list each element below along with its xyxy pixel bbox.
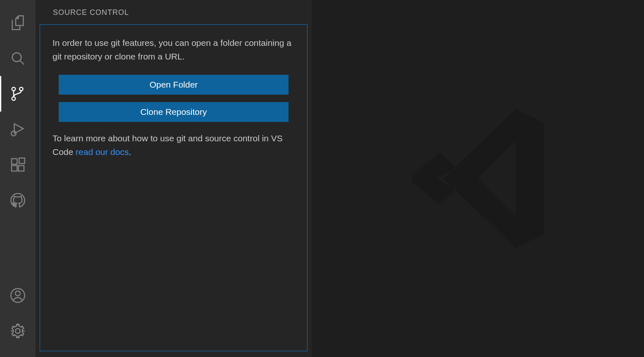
svg-point-0 [12, 53, 21, 62]
svg-line-9 [12, 131, 12, 132]
learn-more-text: To learn more about how to use git and s… [52, 132, 295, 159]
svg-line-11 [12, 135, 12, 136]
gear-icon [10, 323, 26, 339]
clone-repository-button[interactable]: Clone Repository [59, 102, 289, 122]
vscode-logo-icon [391, 92, 565, 265]
svg-point-18 [15, 291, 20, 296]
svg-rect-15 [19, 166, 24, 171]
open-folder-button[interactable]: Open Folder [59, 75, 289, 95]
svg-line-12 [15, 135, 16, 136]
debug-icon [10, 121, 26, 138]
svg-point-2 [19, 87, 23, 90]
run-debug-tab[interactable] [0, 112, 36, 147]
svg-line-10 [15, 131, 16, 132]
svg-point-19 [15, 328, 20, 333]
intro-text: In order to use git features, you can op… [52, 36, 295, 63]
learn-more-suffix: . [129, 147, 131, 157]
settings-button[interactable] [0, 313, 36, 349]
activity-bar [0, 0, 36, 357]
search-icon [10, 50, 26, 67]
svg-rect-16 [19, 158, 24, 163]
github-tab[interactable] [0, 183, 36, 218]
read-our-docs-link[interactable]: read our docs [76, 147, 129, 157]
sidebar-content: In order to use git features, you can op… [40, 24, 308, 351]
activity-bar-top [0, 5, 36, 278]
source-control-icon [10, 86, 26, 102]
source-control-tab[interactable] [0, 76, 36, 112]
svg-point-3 [12, 87, 15, 90]
extensions-icon [10, 157, 26, 173]
files-icon [10, 14, 26, 31]
svg-point-4 [12, 97, 15, 100]
activity-bar-bottom [0, 278, 36, 357]
extensions-tab[interactable] [0, 147, 36, 183]
vscode-logo-watermark [391, 92, 565, 265]
explorer-tab[interactable] [0, 5, 36, 40]
svg-line-1 [20, 61, 24, 64]
svg-rect-14 [12, 166, 17, 171]
github-icon [10, 192, 26, 209]
search-tab[interactable] [0, 40, 36, 76]
account-icon [10, 287, 26, 304]
editor-area [312, 0, 644, 357]
source-control-sidebar: SOURCE CONTROL In order to use git featu… [36, 0, 312, 357]
svg-rect-13 [12, 159, 17, 164]
sidebar-title: SOURCE CONTROL [36, 0, 312, 24]
accounts-button[interactable] [0, 278, 36, 313]
